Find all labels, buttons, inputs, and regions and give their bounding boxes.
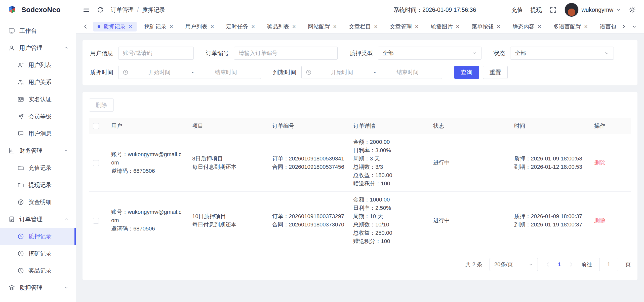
settings-button[interactable]	[628, 6, 636, 14]
sidebar-sub-item[interactable]: 质押记录	[0, 228, 76, 245]
current-page[interactable]: 1	[558, 261, 561, 268]
chevron-up-icon	[64, 45, 69, 50]
tab-item[interactable]: 用户列表×	[181, 22, 218, 31]
sidebar-item-label: 财务管理	[19, 147, 43, 155]
tab-item[interactable]: 质押记录×	[93, 22, 137, 31]
pledge-time-range[interactable]: -	[118, 66, 261, 79]
tab-label: 文章管理	[390, 23, 412, 30]
sidebar-sub-item[interactable]: 用户消息	[0, 125, 76, 142]
table-panel: 删除 用户项目订单编号订单详情状态时间操作 账号：wukongymw@gmail…	[83, 92, 637, 280]
status-field: 状态 全部	[494, 47, 614, 60]
tab-item[interactable]: 多语言配置×	[549, 22, 592, 31]
chevron-up-icon	[64, 148, 69, 153]
sidebar-sub-item[interactable]: 会员等级	[0, 108, 76, 125]
tab-scroll-left-button[interactable]	[83, 23, 89, 30]
tab-close-icon[interactable]: ×	[251, 23, 255, 30]
column-header: 订单编号	[268, 118, 349, 134]
sidebar-item-label: 用户管理	[19, 44, 43, 52]
chart-icon	[8, 147, 15, 154]
order-no-input[interactable]	[234, 47, 338, 60]
user-info-field: 用户信息	[90, 47, 194, 60]
row-checkbox[interactable]	[93, 160, 99, 166]
delete-button[interactable]: 删除	[89, 98, 114, 112]
avatar	[565, 3, 579, 17]
column-header: 用户	[107, 118, 188, 134]
sidebar-item[interactable]: 工作台	[0, 22, 76, 39]
tab-scroll-right-button[interactable]	[620, 23, 627, 30]
tab-close-icon[interactable]: ×	[584, 23, 588, 30]
select-all-checkbox[interactable]	[93, 123, 99, 129]
tab-actions-button[interactable]	[631, 23, 637, 30]
chevron-right-icon	[620, 23, 627, 30]
tab-item[interactable]: 网站配置×	[304, 22, 341, 31]
query-button[interactable]: 查询	[454, 66, 479, 79]
tab-item[interactable]: 文章管理×	[385, 22, 423, 31]
sidebar-sub-item[interactable]: 提现记录	[0, 176, 76, 193]
tab-close-icon[interactable]: ×	[170, 23, 173, 30]
username: wukongymw	[581, 7, 613, 13]
breadcrumb-parent[interactable]: 订单管理	[111, 6, 134, 14]
clock-icon	[306, 69, 312, 75]
tab-item[interactable]: 语言包配置×	[595, 22, 616, 31]
tab-close-icon[interactable]: ×	[374, 23, 378, 30]
user-info-input[interactable]	[118, 47, 194, 60]
next-page-button[interactable]	[568, 261, 574, 267]
sidebar-item[interactable]: 用户管理	[0, 39, 76, 56]
row-delete-link[interactable]: 删除	[594, 159, 605, 166]
column-header: 订单详情	[349, 118, 429, 134]
tab-label: 奖品列表	[267, 23, 289, 30]
tab-item[interactable]: 轮播图片×	[426, 22, 464, 31]
pledge-end-input[interactable]	[195, 69, 257, 76]
sidebar-submenu: 充值记录提现记录资金明细	[0, 159, 76, 211]
recharge-link[interactable]: 充值	[511, 6, 523, 14]
tab-close-icon[interactable]: ×	[415, 23, 419, 30]
tab-close-icon[interactable]: ×	[456, 23, 460, 30]
sidebar-sub-item[interactable]: 挖矿记录	[0, 245, 76, 262]
fullscreen-button[interactable]	[549, 6, 557, 14]
withdraw-link[interactable]: 提现	[530, 6, 542, 14]
row-checkbox[interactable]	[93, 218, 99, 224]
tabbar: 质押记录×挖矿记录×用户列表×定时任务×奖品列表×网站配置×文章栏目×文章管理×…	[76, 20, 644, 33]
sidebar-sub-item[interactable]: 充值记录	[0, 159, 76, 176]
column-header: 状态	[429, 118, 510, 134]
collapse-sidebar-button[interactable]	[83, 6, 90, 14]
row-delete-link[interactable]: 删除	[594, 217, 605, 223]
tab-close-icon[interactable]: ×	[292, 23, 296, 30]
sidebar-sub-item-label: 资金明细	[28, 198, 52, 206]
user-menu[interactable]: wukongymw	[565, 3, 621, 17]
expire-time-range[interactable]: -	[301, 66, 442, 79]
prev-page-button[interactable]	[545, 261, 551, 267]
pledge-start-input[interactable]	[129, 69, 190, 76]
tab-item[interactable]: 奖品列表×	[263, 22, 300, 31]
refresh-button[interactable]	[97, 6, 104, 14]
sidebar-sub-item[interactable]: 用户列表	[0, 56, 76, 74]
tab-item[interactable]: 文章栏目×	[345, 22, 382, 31]
chevron-left-icon	[83, 23, 89, 30]
tab-item[interactable]: 挖矿记录×	[140, 22, 178, 31]
sidebar-sub-item[interactable]: 用户关系	[0, 74, 76, 91]
tab-close-icon[interactable]: ×	[538, 23, 541, 30]
tab-close-icon[interactable]: ×	[210, 23, 214, 30]
tab-close-icon[interactable]: ×	[129, 23, 132, 30]
sidebar-item[interactable]: 质押管理	[0, 279, 76, 296]
sidebar-item[interactable]: 财务管理	[0, 142, 76, 159]
status-select[interactable]: 全部	[510, 47, 614, 60]
expire-start-input[interactable]	[312, 69, 372, 76]
tab-item[interactable]: 静态内容×	[508, 22, 546, 31]
sidebar-sub-item[interactable]: 资金明细	[0, 193, 76, 211]
sidebar-sub-item[interactable]: 奖品记录	[0, 262, 76, 279]
expire-end-input[interactable]	[377, 69, 438, 76]
tab-item[interactable]: 菜单按钮×	[467, 22, 505, 31]
page-size-select[interactable]: 20条/页	[490, 258, 538, 271]
sidebar-item[interactable]: 订单管理	[0, 211, 76, 228]
tab-item[interactable]: 定时任务×	[222, 22, 259, 31]
tab-close-icon[interactable]: ×	[333, 23, 337, 30]
goto-page-input[interactable]	[599, 258, 618, 271]
reset-button[interactable]: 重置	[483, 66, 508, 79]
sidebar-sub-item[interactable]: 实名认证	[0, 91, 76, 108]
pledge-type-select[interactable]: 全部	[378, 47, 481, 60]
desktop-icon	[8, 27, 15, 34]
pledge-time-field: 质押时间 -	[90, 66, 261, 79]
sidebar: SodexoNeo 工作台用户管理用户列表用户关系实名认证会员等级用户消息财务管…	[0, 0, 76, 302]
tab-close-icon[interactable]: ×	[497, 23, 500, 30]
